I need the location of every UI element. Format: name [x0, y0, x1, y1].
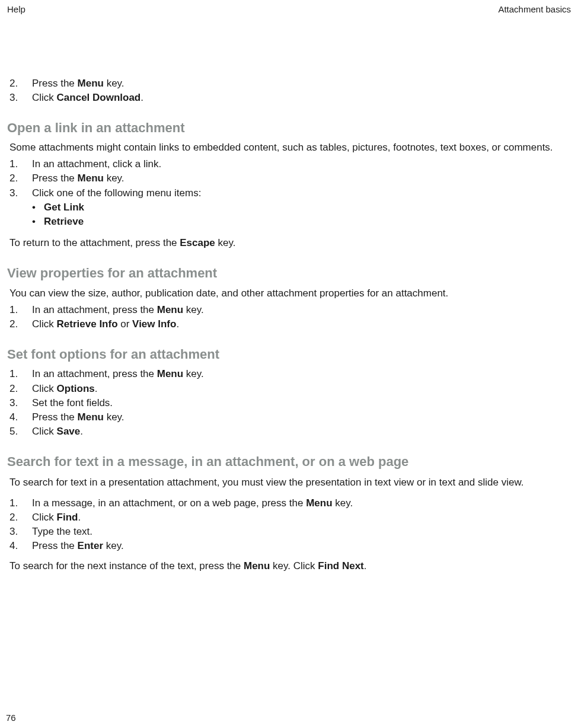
list-item: 1.In an attachment, click a link. [9, 158, 571, 171]
bullet-text: Get Link [44, 201, 84, 214]
step-text: In an attachment, press the Menu key. [32, 304, 571, 317]
list-item: 3.Type the text. [9, 525, 571, 538]
page-header: Help Attachment basics [7, 4, 571, 15]
step-text: Click Retrieve Info or View Info. [32, 318, 571, 331]
list-item: 1.In an attachment, press the Menu key. [9, 304, 571, 317]
text: To search for the next instance of the t… [9, 560, 244, 571]
list-item: 2.Click Find. [9, 511, 571, 524]
text: Click one of the following menu items: [32, 187, 201, 199]
text: key. [104, 411, 124, 423]
bold-text: Menu [78, 78, 104, 89]
step-number: 1. [9, 497, 32, 510]
text: Click [32, 426, 57, 437]
step-number: 1. [9, 368, 32, 381]
section4-lead: To search for text in a presentation att… [9, 476, 571, 489]
text: Press the [32, 173, 78, 184]
text: Press the [32, 78, 78, 89]
list-item: 3.Set the font fields. [9, 397, 571, 410]
text: Type the text. [32, 526, 92, 537]
text: key. [104, 173, 124, 184]
text: Click [32, 318, 57, 330]
section1-steps: 1.In an attachment, click a link.2.Press… [9, 158, 571, 199]
step-text: Click Cancel Download. [32, 91, 571, 104]
text: or [118, 318, 133, 330]
text: . [176, 318, 179, 330]
list-item: 2.Press the Menu key. [9, 77, 571, 90]
bold-text: Find [57, 512, 78, 523]
bold-text: Menu [78, 411, 104, 423]
bold-text: Retrieve [44, 216, 84, 227]
bullet-text: Retrieve [44, 215, 84, 228]
section4-steps: 1.In a message, in an attachment, or on … [9, 497, 571, 553]
list-item: 2.Press the Menu key. [9, 172, 571, 185]
step-number: 1. [9, 304, 32, 317]
step-text: Press the Menu key. [32, 172, 571, 185]
list-item: •Retrieve [32, 215, 571, 228]
text: Click [32, 383, 57, 394]
section4-tail: To search for the next instance of the t… [9, 560, 571, 573]
step-text: Press the Menu key. [32, 411, 571, 424]
header-right: Attachment basics [498, 4, 571, 15]
bold-text: View Info [132, 318, 176, 330]
step-number: 5. [9, 425, 32, 438]
step-number: 3. [9, 525, 32, 538]
bold-text: Find Next [318, 560, 363, 571]
text: In a message, in an attachment, or on a … [32, 497, 306, 509]
text: . [364, 560, 367, 571]
text: key. [183, 368, 204, 379]
bold-text: Menu [157, 368, 183, 379]
step-number: 2. [9, 511, 32, 524]
list-item: 2.Click Retrieve Info or View Info. [9, 318, 571, 331]
bold-text: Menu [306, 497, 332, 509]
step-number: 2. [9, 382, 32, 395]
list-item: •Get Link [32, 201, 571, 214]
list-item: 1.In a message, in an attachment, or on … [9, 497, 571, 510]
text: . [95, 383, 98, 394]
intro-steps: 2.Press the Menu key.3.Click Cancel Down… [9, 77, 571, 104]
section2-steps: 1.In an attachment, press the Menu key.2… [9, 304, 571, 331]
text: Set the font fields. [32, 397, 113, 408]
section-title-view-properties: View properties for an attachment [7, 265, 571, 282]
bullet-icon: • [32, 215, 44, 228]
step-text: In an attachment, click a link. [32, 158, 571, 171]
bold-text: Enter [78, 540, 103, 551]
step-number: 3. [9, 397, 32, 410]
section-title-open-link: Open a link in an attachment [7, 120, 571, 137]
text: key. [333, 497, 353, 509]
step-number: 3. [9, 187, 32, 200]
list-item: 3.Click one of the following menu items: [9, 187, 571, 200]
section-title-search-text: Search for text in a message, in an atta… [7, 454, 571, 471]
text: In an attachment, press the [32, 304, 157, 315]
text: In an attachment, press the [32, 368, 157, 379]
bold-text: Retrieve Info [57, 318, 118, 330]
section2-lead: You can view the size, author, publicati… [9, 287, 571, 300]
step-text: Click Find. [32, 511, 571, 524]
bold-text: Cancel Download [57, 92, 141, 103]
section1-tail: To return to the attachment, press the E… [9, 237, 571, 250]
step-number: 4. [9, 411, 32, 424]
step-text: In a message, in an attachment, or on a … [32, 497, 571, 510]
text: . [80, 426, 83, 437]
text: key. [183, 304, 204, 315]
text: Click [32, 92, 57, 103]
step-number: 3. [9, 91, 32, 104]
step-text: In an attachment, press the Menu key. [32, 368, 571, 381]
step-text: Set the font fields. [32, 397, 571, 410]
text: Press the [32, 411, 78, 423]
step-text: Click Save. [32, 425, 571, 438]
bold-text: Menu [78, 173, 104, 184]
bold-text: Menu [157, 304, 183, 315]
bold-text: Options [57, 383, 95, 394]
header-left: Help [7, 4, 25, 15]
text: key. [103, 540, 124, 551]
text: To return to the attachment, press the [9, 237, 180, 248]
bold-text: Menu [244, 560, 270, 571]
section3-steps: 1.In an attachment, press the Menu key.2… [9, 368, 571, 438]
list-item: 5.Click Save. [9, 425, 571, 438]
list-item: 3.Click Cancel Download. [9, 91, 571, 104]
list-item: 4.Press the Enter key. [9, 539, 571, 553]
text: . [140, 92, 143, 103]
page: Help Attachment basics 2.Press the Menu … [0, 0, 578, 728]
step-number: 2. [9, 172, 32, 185]
bullet-icon: • [32, 201, 44, 214]
